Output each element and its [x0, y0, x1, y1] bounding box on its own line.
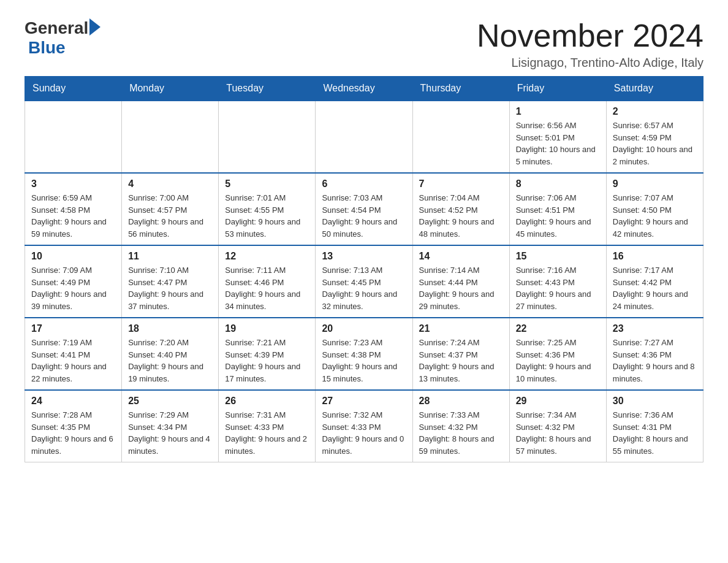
calendar-header-row: SundayMondayTuesdayWednesdayThursdayFrid… [25, 77, 703, 101]
logo: General Blue [25, 18, 100, 58]
calendar-cell: 19Sunrise: 7:21 AM Sunset: 4:39 PM Dayli… [219, 318, 316, 390]
day-info: Sunrise: 7:34 AM Sunset: 4:32 PM Dayligh… [516, 409, 600, 457]
calendar-week-row: 17Sunrise: 7:19 AM Sunset: 4:41 PM Dayli… [25, 318, 703, 390]
calendar-cell [25, 101, 122, 173]
day-number: 9 [613, 178, 697, 190]
day-info: Sunrise: 7:16 AM Sunset: 4:43 PM Dayligh… [516, 264, 600, 312]
calendar-week-row: 10Sunrise: 7:09 AM Sunset: 4:49 PM Dayli… [25, 245, 703, 318]
calendar-cell: 3Sunrise: 6:59 AM Sunset: 4:58 PM Daylig… [25, 173, 122, 245]
calendar-cell: 20Sunrise: 7:23 AM Sunset: 4:38 PM Dayli… [316, 318, 412, 390]
day-info: Sunrise: 7:33 AM Sunset: 4:32 PM Dayligh… [419, 409, 503, 457]
day-info: Sunrise: 7:10 AM Sunset: 4:47 PM Dayligh… [128, 264, 212, 312]
calendar-cell: 8Sunrise: 7:06 AM Sunset: 4:51 PM Daylig… [509, 173, 606, 245]
calendar-cell: 22Sunrise: 7:25 AM Sunset: 4:36 PM Dayli… [509, 318, 606, 390]
day-number: 2 [613, 106, 697, 117]
location-subtitle: Lisignago, Trentino-Alto Adige, Italy [477, 56, 703, 70]
day-info: Sunrise: 7:25 AM Sunset: 4:36 PM Dayligh… [516, 337, 600, 385]
calendar-cell: 13Sunrise: 7:13 AM Sunset: 4:45 PM Dayli… [316, 245, 412, 318]
day-info: Sunrise: 6:56 AM Sunset: 5:01 PM Dayligh… [516, 120, 600, 167]
calendar-cell [316, 101, 412, 173]
calendar-cell: 30Sunrise: 7:36 AM Sunset: 4:31 PM Dayli… [606, 390, 703, 462]
calendar-cell: 24Sunrise: 7:28 AM Sunset: 4:35 PM Dayli… [25, 390, 122, 462]
day-info: Sunrise: 7:13 AM Sunset: 4:45 PM Dayligh… [322, 264, 406, 312]
month-year-title: November 2024 [477, 18, 703, 53]
day-number: 3 [31, 178, 115, 190]
calendar-cell: 4Sunrise: 7:00 AM Sunset: 4:57 PM Daylig… [122, 173, 219, 245]
day-info: Sunrise: 7:31 AM Sunset: 4:33 PM Dayligh… [225, 409, 309, 457]
calendar-cell: 12Sunrise: 7:11 AM Sunset: 4:46 PM Dayli… [219, 245, 316, 318]
calendar-week-row: 24Sunrise: 7:28 AM Sunset: 4:35 PM Dayli… [25, 390, 703, 462]
day-number: 25 [128, 396, 212, 407]
day-info: Sunrise: 7:07 AM Sunset: 4:50 PM Dayligh… [613, 192, 697, 240]
day-info: Sunrise: 7:32 AM Sunset: 4:33 PM Dayligh… [322, 409, 406, 457]
day-info: Sunrise: 7:24 AM Sunset: 4:37 PM Dayligh… [419, 337, 503, 385]
day-info: Sunrise: 7:11 AM Sunset: 4:46 PM Dayligh… [225, 264, 309, 312]
calendar-cell: 26Sunrise: 7:31 AM Sunset: 4:33 PM Dayli… [219, 390, 316, 462]
day-number: 13 [322, 251, 406, 262]
calendar-cell [122, 101, 219, 173]
logo-arrow-icon [89, 18, 100, 36]
calendar-cell [219, 101, 316, 173]
day-info: Sunrise: 7:28 AM Sunset: 4:35 PM Dayligh… [31, 409, 115, 457]
day-info: Sunrise: 7:00 AM Sunset: 4:57 PM Dayligh… [128, 192, 212, 240]
day-number: 10 [31, 251, 115, 262]
col-header-saturday: Saturday [606, 77, 703, 101]
day-number: 4 [128, 178, 212, 190]
calendar-cell: 25Sunrise: 7:29 AM Sunset: 4:34 PM Dayli… [122, 390, 219, 462]
col-header-tuesday: Tuesday [219, 77, 316, 101]
calendar-cell: 11Sunrise: 7:10 AM Sunset: 4:47 PM Dayli… [122, 245, 219, 318]
day-info: Sunrise: 7:19 AM Sunset: 4:41 PM Dayligh… [31, 337, 115, 385]
day-number: 22 [516, 323, 600, 334]
day-number: 14 [419, 251, 503, 262]
day-number: 8 [516, 178, 600, 190]
day-info: Sunrise: 7:04 AM Sunset: 4:52 PM Dayligh… [419, 192, 503, 240]
day-number: 26 [225, 396, 309, 407]
day-info: Sunrise: 7:06 AM Sunset: 4:51 PM Dayligh… [516, 192, 600, 240]
col-header-monday: Monday [122, 77, 219, 101]
day-info: Sunrise: 6:59 AM Sunset: 4:58 PM Dayligh… [31, 192, 115, 240]
calendar-cell: 1Sunrise: 6:56 AM Sunset: 5:01 PM Daylig… [509, 101, 606, 173]
day-number: 27 [322, 396, 406, 407]
day-number: 5 [225, 178, 309, 190]
calendar-cell [412, 101, 509, 173]
calendar-cell: 7Sunrise: 7:04 AM Sunset: 4:52 PM Daylig… [412, 173, 509, 245]
logo-blue-text: Blue [28, 38, 66, 57]
calendar-cell: 6Sunrise: 7:03 AM Sunset: 4:54 PM Daylig… [316, 173, 412, 245]
calendar-week-row: 1Sunrise: 6:56 AM Sunset: 5:01 PM Daylig… [25, 101, 703, 173]
day-info: Sunrise: 6:57 AM Sunset: 4:59 PM Dayligh… [613, 120, 697, 167]
calendar-cell: 29Sunrise: 7:34 AM Sunset: 4:32 PM Dayli… [509, 390, 606, 462]
calendar-table: SundayMondayTuesdayWednesdayThursdayFrid… [25, 76, 703, 462]
day-number: 1 [516, 106, 600, 117]
day-info: Sunrise: 7:03 AM Sunset: 4:54 PM Dayligh… [322, 192, 406, 240]
day-number: 28 [419, 396, 503, 407]
day-info: Sunrise: 7:21 AM Sunset: 4:39 PM Dayligh… [225, 337, 309, 385]
day-info: Sunrise: 7:27 AM Sunset: 4:36 PM Dayligh… [613, 337, 697, 385]
day-number: 7 [419, 178, 503, 190]
calendar-cell: 9Sunrise: 7:07 AM Sunset: 4:50 PM Daylig… [606, 173, 703, 245]
calendar-cell: 14Sunrise: 7:14 AM Sunset: 4:44 PM Dayli… [412, 245, 509, 318]
day-info: Sunrise: 7:09 AM Sunset: 4:49 PM Dayligh… [31, 264, 115, 312]
day-info: Sunrise: 7:17 AM Sunset: 4:42 PM Dayligh… [613, 264, 697, 312]
calendar-week-row: 3Sunrise: 6:59 AM Sunset: 4:58 PM Daylig… [25, 173, 703, 245]
day-info: Sunrise: 7:36 AM Sunset: 4:31 PM Dayligh… [613, 409, 697, 457]
day-number: 30 [613, 396, 697, 407]
calendar-cell: 16Sunrise: 7:17 AM Sunset: 4:42 PM Dayli… [606, 245, 703, 318]
day-number: 23 [613, 323, 697, 334]
col-header-sunday: Sunday [25, 77, 122, 101]
calendar-cell: 10Sunrise: 7:09 AM Sunset: 4:49 PM Dayli… [25, 245, 122, 318]
day-number: 12 [225, 251, 309, 262]
day-number: 19 [225, 323, 309, 334]
calendar-cell: 18Sunrise: 7:20 AM Sunset: 4:40 PM Dayli… [122, 318, 219, 390]
calendar-cell: 27Sunrise: 7:32 AM Sunset: 4:33 PM Dayli… [316, 390, 412, 462]
day-number: 6 [322, 178, 406, 190]
col-header-friday: Friday [509, 77, 606, 101]
day-info: Sunrise: 7:23 AM Sunset: 4:38 PM Dayligh… [322, 337, 406, 385]
day-number: 15 [516, 251, 600, 262]
day-number: 18 [128, 323, 212, 334]
day-number: 29 [516, 396, 600, 407]
col-header-wednesday: Wednesday [316, 77, 412, 101]
col-header-thursday: Thursday [412, 77, 509, 101]
day-info: Sunrise: 7:29 AM Sunset: 4:34 PM Dayligh… [128, 409, 212, 457]
calendar-cell: 17Sunrise: 7:19 AM Sunset: 4:41 PM Dayli… [25, 318, 122, 390]
calendar-cell: 21Sunrise: 7:24 AM Sunset: 4:37 PM Dayli… [412, 318, 509, 390]
